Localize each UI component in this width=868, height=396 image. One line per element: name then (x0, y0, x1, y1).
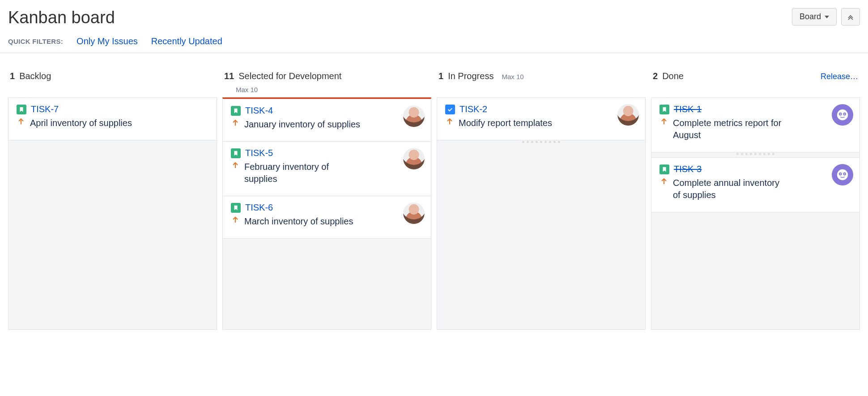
board-dropdown[interactable]: Board (792, 8, 837, 25)
issue-card[interactable]: TISK-4January inventory of supplies (222, 99, 431, 142)
story-type-icon (17, 105, 26, 114)
column-count: 1 (438, 71, 443, 81)
issue-summary: Complete metrics report for August (673, 117, 789, 141)
story-type-icon (231, 148, 241, 158)
assignee-avatar[interactable] (832, 104, 853, 126)
column-body[interactable]: TISK-1Complete metrics report for August… (651, 97, 860, 330)
column-name: Backlog (19, 71, 51, 81)
issue-card[interactable]: TISK-7April inventory of supplies (8, 97, 217, 140)
chevrons-up-icon (847, 13, 854, 21)
issue-key-link[interactable]: TISK-3 (674, 164, 702, 174)
svg-point-8 (840, 173, 841, 174)
filter-only-my-issues[interactable]: Only My Issues (77, 36, 138, 46)
priority-medium-icon (231, 215, 240, 224)
column-max: Max 10 (502, 73, 523, 80)
issue-summary: April inventory of supplies (30, 117, 132, 129)
quick-filters-label: QUICK FILTERS: (8, 38, 63, 45)
assignee-avatar[interactable] (403, 202, 425, 224)
issue-card[interactable]: TISK-2Modify report templates (437, 97, 646, 140)
svg-point-3 (840, 114, 841, 114)
column-header: 1In ProgressMax 10 (437, 69, 646, 85)
priority-medium-icon (17, 117, 26, 126)
svg-point-4 (844, 114, 845, 114)
column-body[interactable]: TISK-4January inventory of suppliesTISK-… (222, 97, 431, 330)
column-name: Selected for Development (238, 71, 341, 81)
priority-medium-icon (231, 118, 240, 127)
story-type-icon (231, 203, 241, 213)
filter-recently-updated[interactable]: Recently Updated (151, 36, 222, 46)
priority-medium-icon (660, 177, 668, 186)
priority-medium-icon (660, 117, 668, 126)
column-sub (651, 85, 860, 97)
assignee-avatar[interactable] (832, 164, 853, 185)
issue-key-link[interactable]: TISK-7 (31, 104, 59, 114)
assignee-avatar[interactable] (403, 148, 425, 169)
column-name: In Progress (448, 71, 494, 81)
issue-card[interactable]: TISK-1Complete metrics report for August (651, 97, 860, 152)
column-sub (8, 85, 217, 97)
issue-summary: January inventory of supplies (244, 118, 360, 131)
issue-summary: March inventory of supplies (244, 215, 353, 227)
issue-key-link[interactable]: TISK-5 (245, 148, 273, 158)
assignee-avatar[interactable] (617, 104, 639, 126)
column-sub (437, 85, 646, 97)
issue-key-link[interactable]: TISK-1 (674, 104, 702, 114)
issue-card[interactable]: TISK-6March inventory of supplies (222, 196, 431, 239)
board-dropdown-label: Board (800, 12, 821, 21)
task-type-icon (445, 105, 455, 114)
story-type-icon (660, 164, 669, 174)
column-header: 2DoneRelease… (651, 69, 860, 85)
column-name: Done (662, 71, 684, 81)
svg-point-9 (844, 173, 845, 174)
issue-summary: Complete annual inventory of supplies (673, 177, 789, 201)
page-title: Kanban board (8, 8, 115, 27)
column-body[interactable]: TISK-2Modify report templates (437, 97, 646, 330)
svg-point-0 (837, 110, 848, 120)
issue-summary: February inventory of supplies (244, 161, 361, 185)
assignee-avatar[interactable] (403, 105, 425, 127)
story-type-icon (231, 106, 241, 116)
column-header: 1Backlog (8, 69, 217, 85)
release-link[interactable]: Release… (821, 72, 858, 81)
issue-key-link[interactable]: TISK-2 (460, 104, 487, 114)
collapse-button[interactable] (841, 8, 860, 25)
column-header: 11Selected for Development (222, 69, 431, 85)
column-sub: Max 10 (222, 85, 431, 97)
column-count: 1 (10, 71, 15, 81)
issue-key-link[interactable]: TISK-6 (245, 202, 273, 213)
column-count: 2 (653, 71, 658, 81)
issue-card[interactable]: TISK-3Complete annual inventory of suppl… (651, 157, 860, 212)
column-body[interactable]: TISK-7April inventory of supplies (8, 97, 217, 330)
svg-point-5 (837, 169, 848, 180)
story-type-icon (660, 105, 669, 114)
issue-card[interactable]: TISK-5February inventory of supplies (222, 141, 431, 196)
issue-key-link[interactable]: TISK-4 (245, 105, 273, 116)
priority-medium-icon (231, 161, 240, 170)
column-count: 11 (224, 71, 234, 81)
issue-summary: Modify report templates (459, 117, 552, 129)
priority-medium-icon (445, 117, 454, 126)
caret-down-icon (825, 16, 829, 18)
card-pager-dots (437, 140, 645, 146)
